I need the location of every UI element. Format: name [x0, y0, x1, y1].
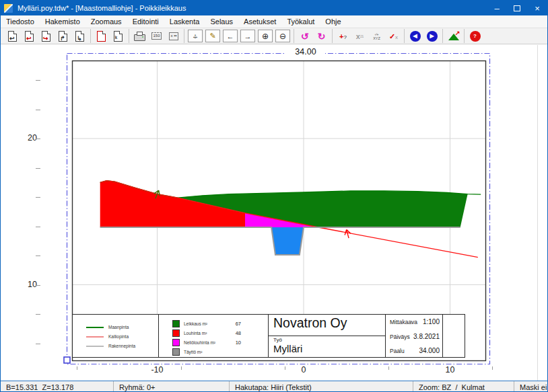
fit-view-icon: ↔↕ — [191, 32, 201, 40]
table-border — [268, 336, 385, 336]
area-calc-button[interactable]: ↗ — [445, 29, 462, 43]
maximize-button[interactable] — [507, 1, 527, 15]
legend-area-value: 10 — [236, 340, 241, 346]
maximize-icon — [514, 5, 520, 11]
zoom-window-button[interactable]: ✎ — [205, 30, 220, 42]
undo-button[interactable]: ↺ — [296, 29, 313, 43]
info-row: Päiväys3.8.2021 — [390, 333, 440, 340]
coordinates-button[interactable]: ◦∕+XYZ — [368, 29, 385, 43]
legend-area-value: 67 — [236, 321, 241, 327]
close-button[interactable]: × — [527, 1, 547, 15]
menu-selaus[interactable]: Selaus — [205, 16, 238, 27]
next-view-icon: → — [244, 32, 252, 40]
menu-editointi[interactable]: Editointi — [127, 16, 164, 27]
status-group: Ryhmä: 0+ — [114, 381, 230, 392]
window-title: Mylläri.poy.tdw* - [Maastomalliohje] - P… — [18, 4, 487, 12]
x-axis-label-10: 10 — [436, 365, 465, 375]
prev-view-icon: ← — [227, 32, 234, 40]
minimize-icon: – — [494, 3, 499, 13]
toolbar-group: +?x²¹◦∕+XYZ✓x — [333, 29, 405, 43]
menu-bar: TiedostoHakemistoZoomausEditointiLaskent… — [1, 15, 547, 28]
drawing-canvas[interactable]: 34.00 MaanpintaKalliopintaRakennepinta L… — [1, 45, 548, 381]
point-number-icon: x²¹ — [356, 31, 364, 41]
y-axis-tick — [36, 110, 40, 110]
work-label: Työ — [273, 337, 282, 343]
toolbar: ↩↩↪↱↳ᵏ150x ▪▪↔↕✎←→⊕⊖↺↻+?x²¹◦∕+XYZ✓x◀▶↗? — [1, 28, 547, 44]
menu-zoomaus[interactable]: Zoomaus — [85, 16, 127, 27]
zoom-window-icon: ✎ — [209, 32, 215, 40]
zoom-in-button[interactable]: ⊕ — [258, 30, 273, 42]
point-query-icon: +? — [339, 31, 347, 41]
coordinates-icon: ◦∕+XYZ — [373, 32, 380, 40]
status-mask: Maski ei — [514, 381, 548, 392]
status-zoom-mode: Zoom: BZ / Kulmat — [413, 381, 514, 392]
close-icon: × — [535, 3, 540, 13]
help-button[interactable]: ? — [467, 29, 483, 43]
redo-button[interactable]: ↻ — [313, 29, 330, 43]
file-save-as-button[interactable]: ↱ — [55, 29, 71, 43]
app-icon — [4, 4, 13, 13]
info-label: Paalu — [390, 348, 405, 354]
menu-hakemisto[interactable]: Hakemisto — [40, 16, 85, 27]
menu-asetukset[interactable]: Asetukset — [238, 16, 281, 27]
legend-area-value: 48 — [236, 330, 241, 336]
legend-color-box — [172, 329, 180, 337]
y-axis-tick — [36, 139, 40, 139]
legend-area-row: Louhinta m²48 — [172, 329, 241, 337]
station-settings-button[interactable]: 150 — [148, 29, 165, 43]
table-border — [158, 315, 159, 357]
next-section-button[interactable]: ▶ — [423, 29, 440, 43]
zoom-out-button[interactable]: ⊖ — [275, 30, 290, 42]
legend-line-sample — [86, 327, 104, 328]
menu-ohje[interactable]: Ohje — [320, 16, 346, 27]
file-export-button[interactable]: ↳ — [71, 29, 88, 43]
selection-handle[interactable] — [64, 357, 70, 363]
fit-view-button[interactable]: ↔↕ — [188, 30, 203, 42]
validate-button[interactable]: ✓x — [385, 29, 402, 43]
region-rakenne-oja — [271, 227, 304, 255]
prev-section-button[interactable]: ◀ — [407, 29, 423, 43]
x-axis-label--10: -10 — [143, 365, 172, 375]
status-coords: B=15.331 Z=13.178 — [1, 381, 114, 392]
drawing-title-block: MaanpintaKalliopintaRakennepinta Leikkau… — [72, 314, 465, 358]
print-button[interactable] — [131, 29, 148, 43]
x-axis-tick — [285, 366, 285, 370]
zoom-out-icon: ⊖ — [279, 32, 286, 41]
file-load-add-icon: ↩ — [25, 31, 34, 42]
point-query-button[interactable]: +? — [335, 29, 351, 43]
prev-view-button[interactable]: ← — [223, 30, 238, 42]
status-search-mode: Hakutapa: Hiiri (Tekstit) — [230, 381, 413, 392]
menu-tiedosto[interactable]: Tiedosto — [1, 16, 40, 27]
canvas-right-border — [537, 45, 538, 381]
y-axis-label-20: 20 — [20, 133, 37, 143]
y-axis-tick — [36, 227, 40, 227]
file-load-add-button[interactable]: ↩ — [21, 29, 38, 43]
legend-line-label: Maanpinta — [108, 325, 129, 329]
file-close-button[interactable] — [93, 29, 110, 43]
file-new-button[interactable]: ᵏ — [110, 29, 127, 43]
toolbar-group: ? — [465, 29, 485, 43]
file-save-button[interactable]: ↪ — [38, 29, 55, 43]
redo-icon: ↻ — [318, 31, 326, 42]
file-new-icon: ᵏ — [114, 31, 123, 42]
point-settings-button[interactable]: x ▪▪ — [165, 29, 182, 43]
menu-työkalut[interactable]: Työkalut — [281, 16, 320, 27]
file-load-button[interactable]: ↩ — [4, 29, 21, 43]
surface-rakennepinta — [100, 227, 460, 255]
toolbar-group: ↔↕✎←→⊕⊖ — [184, 29, 294, 43]
y-axis-tick — [36, 344, 40, 344]
legend-color-box — [172, 348, 180, 356]
point-number-button[interactable]: x²¹ — [351, 29, 368, 43]
minimize-button[interactable]: – — [487, 1, 507, 15]
menu-laskenta[interactable]: Laskenta — [164, 16, 205, 27]
next-view-button[interactable]: → — [240, 30, 255, 42]
work-value: Mylläri — [273, 343, 302, 354]
x-axis-tick — [492, 366, 493, 370]
legend-area-row: Leikkaus m²67 — [172, 319, 241, 327]
toolbar-group: 150x ▪▪ — [129, 29, 184, 43]
y-axis-tick — [36, 256, 40, 256]
station-settings-icon: 150 — [151, 32, 161, 40]
legend-line-row: Kalliopinta — [86, 333, 156, 340]
legend-line-sample — [86, 346, 104, 347]
table-border — [442, 315, 443, 357]
